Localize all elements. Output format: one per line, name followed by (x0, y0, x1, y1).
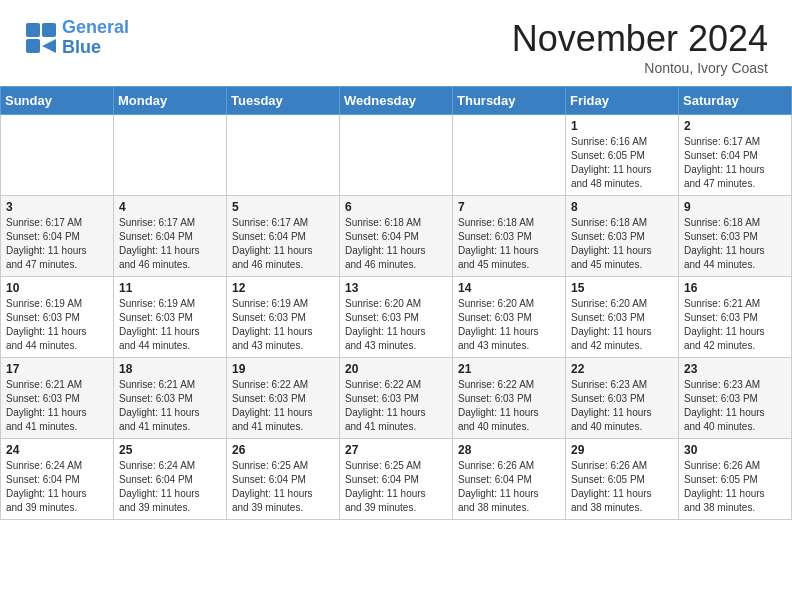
calendar-day-cell (340, 115, 453, 196)
day-number: 15 (571, 281, 673, 295)
day-number: 20 (345, 362, 447, 376)
day-number: 19 (232, 362, 334, 376)
day-info: Sunrise: 6:25 AM Sunset: 6:04 PM Dayligh… (345, 459, 447, 515)
calendar-day-cell: 4Sunrise: 6:17 AM Sunset: 6:04 PM Daylig… (114, 196, 227, 277)
day-number: 6 (345, 200, 447, 214)
calendar-week-row: 24Sunrise: 6:24 AM Sunset: 6:04 PM Dayli… (1, 439, 792, 520)
day-info: Sunrise: 6:18 AM Sunset: 6:04 PM Dayligh… (345, 216, 447, 272)
day-number: 12 (232, 281, 334, 295)
calendar-day-cell: 11Sunrise: 6:19 AM Sunset: 6:03 PM Dayli… (114, 277, 227, 358)
day-number: 14 (458, 281, 560, 295)
day-info: Sunrise: 6:17 AM Sunset: 6:04 PM Dayligh… (6, 216, 108, 272)
day-number: 23 (684, 362, 786, 376)
location: Nontou, Ivory Coast (512, 60, 768, 76)
day-info: Sunrise: 6:17 AM Sunset: 6:04 PM Dayligh… (684, 135, 786, 191)
day-info: Sunrise: 6:26 AM Sunset: 6:05 PM Dayligh… (571, 459, 673, 515)
day-info: Sunrise: 6:23 AM Sunset: 6:03 PM Dayligh… (571, 378, 673, 434)
logo-icon (24, 21, 58, 55)
month-title: November 2024 (512, 18, 768, 60)
calendar-day-cell: 16Sunrise: 6:21 AM Sunset: 6:03 PM Dayli… (679, 277, 792, 358)
svg-rect-1 (42, 23, 56, 37)
calendar-day-cell: 8Sunrise: 6:18 AM Sunset: 6:03 PM Daylig… (566, 196, 679, 277)
calendar-day-cell: 26Sunrise: 6:25 AM Sunset: 6:04 PM Dayli… (227, 439, 340, 520)
calendar-day-cell: 18Sunrise: 6:21 AM Sunset: 6:03 PM Dayli… (114, 358, 227, 439)
calendar-day-cell: 3Sunrise: 6:17 AM Sunset: 6:04 PM Daylig… (1, 196, 114, 277)
calendar-week-row: 10Sunrise: 6:19 AM Sunset: 6:03 PM Dayli… (1, 277, 792, 358)
weekday-header-cell: Thursday (453, 87, 566, 115)
day-info: Sunrise: 6:21 AM Sunset: 6:03 PM Dayligh… (119, 378, 221, 434)
day-number: 2 (684, 119, 786, 133)
calendar-day-cell: 28Sunrise: 6:26 AM Sunset: 6:04 PM Dayli… (453, 439, 566, 520)
day-number: 17 (6, 362, 108, 376)
calendar-day-cell (227, 115, 340, 196)
calendar-day-cell: 29Sunrise: 6:26 AM Sunset: 6:05 PM Dayli… (566, 439, 679, 520)
calendar-day-cell: 7Sunrise: 6:18 AM Sunset: 6:03 PM Daylig… (453, 196, 566, 277)
logo-text: General Blue (62, 18, 129, 58)
day-info: Sunrise: 6:23 AM Sunset: 6:03 PM Dayligh… (684, 378, 786, 434)
day-number: 29 (571, 443, 673, 457)
calendar-day-cell: 30Sunrise: 6:26 AM Sunset: 6:05 PM Dayli… (679, 439, 792, 520)
day-info: Sunrise: 6:16 AM Sunset: 6:05 PM Dayligh… (571, 135, 673, 191)
calendar-day-cell: 19Sunrise: 6:22 AM Sunset: 6:03 PM Dayli… (227, 358, 340, 439)
calendar-day-cell: 27Sunrise: 6:25 AM Sunset: 6:04 PM Dayli… (340, 439, 453, 520)
day-info: Sunrise: 6:22 AM Sunset: 6:03 PM Dayligh… (345, 378, 447, 434)
day-number: 27 (345, 443, 447, 457)
day-number: 7 (458, 200, 560, 214)
day-number: 28 (458, 443, 560, 457)
day-number: 18 (119, 362, 221, 376)
calendar-day-cell: 9Sunrise: 6:18 AM Sunset: 6:03 PM Daylig… (679, 196, 792, 277)
day-number: 9 (684, 200, 786, 214)
day-number: 3 (6, 200, 108, 214)
calendar-day-cell: 20Sunrise: 6:22 AM Sunset: 6:03 PM Dayli… (340, 358, 453, 439)
calendar-day-cell: 1Sunrise: 6:16 AM Sunset: 6:05 PM Daylig… (566, 115, 679, 196)
svg-marker-3 (42, 39, 56, 53)
calendar-table: SundayMondayTuesdayWednesdayThursdayFrid… (0, 86, 792, 520)
day-number: 24 (6, 443, 108, 457)
day-info: Sunrise: 6:19 AM Sunset: 6:03 PM Dayligh… (232, 297, 334, 353)
calendar-day-cell: 22Sunrise: 6:23 AM Sunset: 6:03 PM Dayli… (566, 358, 679, 439)
svg-rect-2 (26, 39, 40, 53)
day-number: 21 (458, 362, 560, 376)
day-info: Sunrise: 6:25 AM Sunset: 6:04 PM Dayligh… (232, 459, 334, 515)
day-info: Sunrise: 6:26 AM Sunset: 6:04 PM Dayligh… (458, 459, 560, 515)
weekday-header-row: SundayMondayTuesdayWednesdayThursdayFrid… (1, 87, 792, 115)
day-info: Sunrise: 6:18 AM Sunset: 6:03 PM Dayligh… (458, 216, 560, 272)
day-info: Sunrise: 6:17 AM Sunset: 6:04 PM Dayligh… (119, 216, 221, 272)
calendar-day-cell (1, 115, 114, 196)
calendar-day-cell: 21Sunrise: 6:22 AM Sunset: 6:03 PM Dayli… (453, 358, 566, 439)
calendar-day-cell: 6Sunrise: 6:18 AM Sunset: 6:04 PM Daylig… (340, 196, 453, 277)
day-number: 8 (571, 200, 673, 214)
page-header: General Blue November 2024 Nontou, Ivory… (0, 0, 792, 86)
title-block: November 2024 Nontou, Ivory Coast (512, 18, 768, 76)
day-info: Sunrise: 6:19 AM Sunset: 6:03 PM Dayligh… (119, 297, 221, 353)
svg-rect-0 (26, 23, 40, 37)
day-info: Sunrise: 6:17 AM Sunset: 6:04 PM Dayligh… (232, 216, 334, 272)
day-number: 5 (232, 200, 334, 214)
calendar-day-cell: 12Sunrise: 6:19 AM Sunset: 6:03 PM Dayli… (227, 277, 340, 358)
day-info: Sunrise: 6:24 AM Sunset: 6:04 PM Dayligh… (6, 459, 108, 515)
calendar-day-cell (114, 115, 227, 196)
day-number: 10 (6, 281, 108, 295)
calendar-week-row: 17Sunrise: 6:21 AM Sunset: 6:03 PM Dayli… (1, 358, 792, 439)
weekday-header-cell: Saturday (679, 87, 792, 115)
day-info: Sunrise: 6:20 AM Sunset: 6:03 PM Dayligh… (345, 297, 447, 353)
day-number: 22 (571, 362, 673, 376)
calendar-day-cell: 15Sunrise: 6:20 AM Sunset: 6:03 PM Dayli… (566, 277, 679, 358)
calendar-day-cell: 13Sunrise: 6:20 AM Sunset: 6:03 PM Dayli… (340, 277, 453, 358)
day-info: Sunrise: 6:19 AM Sunset: 6:03 PM Dayligh… (6, 297, 108, 353)
day-info: Sunrise: 6:22 AM Sunset: 6:03 PM Dayligh… (458, 378, 560, 434)
day-number: 11 (119, 281, 221, 295)
weekday-header-cell: Monday (114, 87, 227, 115)
weekday-header-cell: Friday (566, 87, 679, 115)
calendar-week-row: 1Sunrise: 6:16 AM Sunset: 6:05 PM Daylig… (1, 115, 792, 196)
logo: General Blue (24, 18, 129, 58)
calendar-week-row: 3Sunrise: 6:17 AM Sunset: 6:04 PM Daylig… (1, 196, 792, 277)
day-number: 4 (119, 200, 221, 214)
day-number: 1 (571, 119, 673, 133)
day-info: Sunrise: 6:22 AM Sunset: 6:03 PM Dayligh… (232, 378, 334, 434)
day-info: Sunrise: 6:20 AM Sunset: 6:03 PM Dayligh… (458, 297, 560, 353)
calendar-day-cell: 14Sunrise: 6:20 AM Sunset: 6:03 PM Dayli… (453, 277, 566, 358)
calendar-body: 1Sunrise: 6:16 AM Sunset: 6:05 PM Daylig… (1, 115, 792, 520)
day-info: Sunrise: 6:20 AM Sunset: 6:03 PM Dayligh… (571, 297, 673, 353)
day-number: 30 (684, 443, 786, 457)
